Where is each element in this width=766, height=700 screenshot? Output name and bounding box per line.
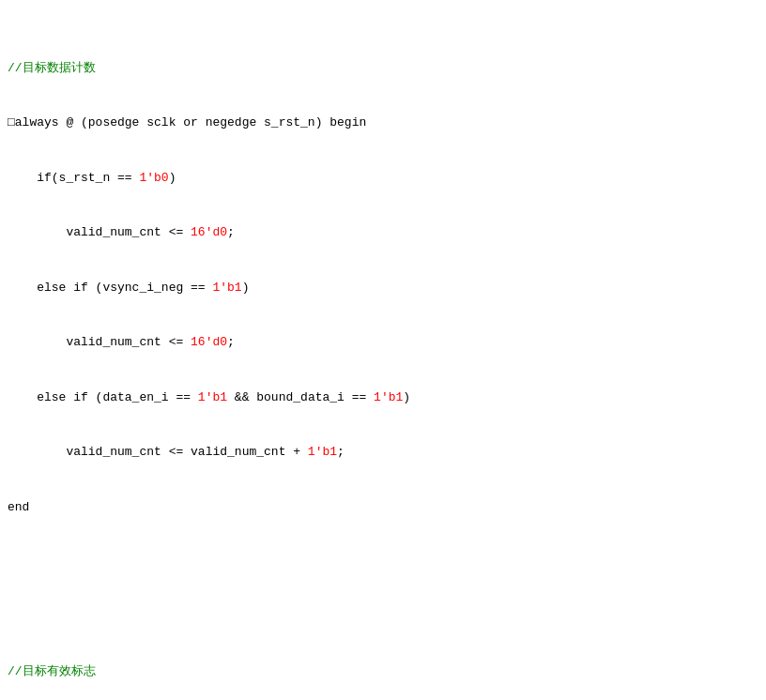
code-editor: //目标数据计数 □always @ (posedge sclk or nege… [0,0,766,700]
line-7: else if (data_en_i == 1'b1 && bound_data… [0,388,766,407]
line-2: □always @ (posedge sclk or negedge s_rst… [0,114,766,132]
line-end1: end [0,498,766,517]
line-comment-2: //目标有效标志 [0,662,766,681]
line-empty1 [0,553,766,571]
line-8: valid_num_cnt <= valid_num_cnt + 1'b1; [0,443,766,462]
line-3: if(s_rst_n == 1'b0) [0,169,766,188]
line-5: else if (vsync_i_neg == 1'b1) [0,279,766,297]
line-6: valid_num_cnt <= 16'd0; [0,333,766,352]
line-comment-1: //目标数据计数 [0,59,766,78]
line-4: valid_num_cnt <= 16'd0; [0,223,766,242]
line-empty2 [0,608,766,627]
